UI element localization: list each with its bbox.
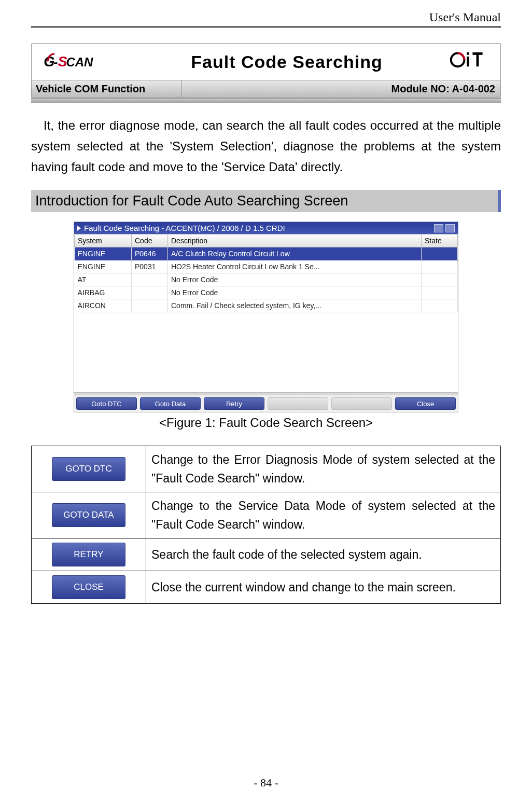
retry-pill: RETRY (52, 543, 125, 566)
goto-data-pill: GOTO DATA (52, 503, 125, 527)
desc-text: Close the current window and change to t… (146, 571, 501, 604)
banner-underline (31, 98, 501, 103)
cell-code (132, 286, 168, 299)
table-row[interactable]: AIRCON Comm. Fail / Check selected syste… (75, 299, 458, 312)
col-system[interactable]: System (75, 234, 132, 247)
col-state[interactable]: State (422, 234, 458, 247)
button-description-table: GOTO DTC Change to the Error Diagnosis M… (31, 446, 501, 604)
banner-subtitle-right: Module NO: A-04-002 (182, 80, 500, 98)
cell-code (132, 299, 168, 312)
banner-subtitle-left: Vehicle COM Function (32, 80, 182, 98)
desc-text: Change to the Error Diagnosis Mode of sy… (146, 446, 501, 492)
titlebar-settings-icon[interactable] (445, 224, 455, 232)
cell-desc: Comm. Fail / Check selected system, IG k… (168, 299, 422, 312)
cell-state (422, 260, 458, 273)
disabled-button (268, 397, 328, 410)
cell-system: ENGINE (75, 260, 132, 273)
page-number: - 84 - (0, 776, 532, 790)
cell-state (422, 286, 458, 299)
svg-rect-6 (467, 52, 469, 55)
cell-code (132, 273, 168, 286)
gscan-logo: G - S CAN (32, 51, 135, 72)
table-row[interactable]: AT No Error Code (75, 273, 458, 286)
titlebar-home-icon[interactable] (434, 224, 443, 232)
manual-header: User's Manual (31, 10, 501, 27)
table-row[interactable]: AIRBAG No Error Code (75, 286, 458, 299)
cell-system: AIRCON (75, 299, 132, 312)
goto-data-button[interactable]: Goto Data (140, 397, 201, 410)
svg-text:-: - (53, 55, 58, 69)
goto-dtc-button[interactable]: Goto DTC (76, 397, 137, 410)
desc-text: Search the fault code of the selected sy… (146, 538, 501, 571)
table-row[interactable]: ENGINE P0031 HO2S Heater Control Circuit… (75, 260, 458, 273)
cell-state (422, 247, 458, 260)
table-row[interactable]: ENGINE P0646 A/C Clutch Relay Control Ci… (75, 247, 458, 260)
section-header: Introduction for Fault Code Auto Searchi… (31, 190, 501, 212)
cell-desc: No Error Code (168, 273, 422, 286)
disabled-button (331, 397, 392, 410)
screenshot-titlebar: Fault Code Searching - ACCENT(MC) / 2006… (74, 222, 458, 234)
retry-button[interactable]: Retry (204, 397, 264, 410)
triangle-icon (77, 226, 81, 231)
close-button[interactable]: Close (395, 397, 456, 410)
cell-desc: HO2S Heater Control Circuit Low Bank 1 S… (168, 260, 422, 273)
svg-rect-8 (477, 52, 479, 66)
title-banner: G - S CAN Fault Code Searching (31, 43, 501, 98)
fault-code-table: System Code Description State ENGINE P06… (74, 234, 458, 392)
col-code[interactable]: Code (132, 234, 168, 247)
cell-desc: No Error Code (168, 286, 422, 299)
svg-rect-5 (467, 57, 469, 66)
fault-code-screenshot: Fault Code Searching - ACCENT(MC) / 2006… (74, 222, 458, 412)
col-description[interactable]: Description (168, 234, 422, 247)
desc-text: Change to the Service Data Mode of syste… (146, 492, 501, 538)
screenshot-window-title: Fault Code Searching - ACCENT(MC) / 2006… (84, 224, 285, 232)
svg-text:CAN: CAN (66, 55, 93, 69)
cell-code: P0646 (132, 247, 168, 260)
close-pill: CLOSE (52, 575, 125, 599)
git-logo (438, 48, 500, 75)
cell-state (422, 299, 458, 312)
cell-desc: A/C Clutch Relay Control Circuit Low (168, 247, 422, 260)
cell-code: P0031 (132, 260, 168, 273)
cell-system: ENGINE (75, 247, 132, 260)
cell-system: AIRBAG (75, 286, 132, 299)
cell-state (422, 273, 458, 286)
screenshot-button-bar: Goto DTC Goto Data Retry Close (74, 395, 458, 412)
goto-dtc-pill: GOTO DTC (52, 457, 125, 481)
figure-caption: <Figure 1: Fault Code Search Screen> (31, 416, 501, 430)
page-title: Fault Code Searching (135, 52, 438, 72)
cell-system: AT (75, 273, 132, 286)
intro-paragraph: It, the error diagnose mode, can search … (31, 115, 501, 177)
